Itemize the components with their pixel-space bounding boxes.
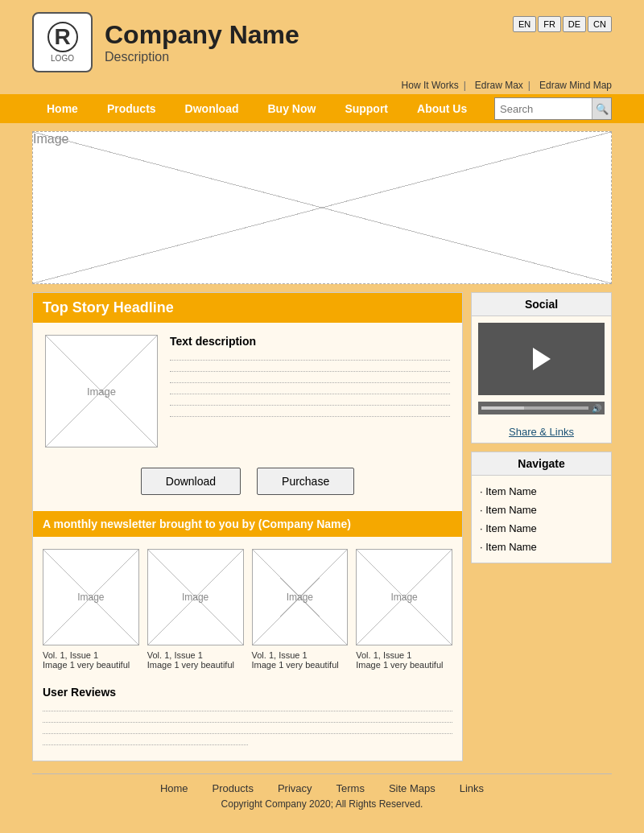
dots-line-6 (170, 409, 450, 417)
nav-support[interactable]: Support (330, 94, 402, 123)
review-dots-1 (43, 703, 452, 711)
news-image-2: Image (147, 549, 244, 645)
purchase-button[interactable]: Purchase (257, 468, 354, 495)
footer-privacy[interactable]: Privacy (278, 782, 312, 794)
logo-area: R LOGO Company Name Description (32, 12, 299, 72)
review-dots-3 (43, 726, 452, 734)
nav-home[interactable]: Home (32, 94, 93, 123)
navigate-box: Navigate Item Name Item Name Item Name I… (471, 452, 612, 563)
share-links[interactable]: Share & Links (472, 421, 611, 443)
download-button[interactable]: Download (141, 468, 241, 495)
action-buttons: Download Purchase (33, 460, 462, 511)
news-item-1: Image Vol. 1, Issue 1 Image 1 very beaut… (43, 549, 139, 670)
story-image: Image (45, 335, 158, 447)
footer-terms[interactable]: Terms (336, 782, 365, 794)
search-input[interactable] (495, 98, 592, 119)
news-image-label-4: Image (390, 592, 417, 603)
news-caption-1-line1: Vol. 1, Issue 1 (43, 650, 139, 660)
news-image-3: Image (252, 549, 349, 645)
logo-box: R LOGO (32, 12, 93, 72)
lang-cn[interactable]: CN (588, 16, 612, 32)
review-dots-2 (43, 715, 452, 723)
social-title: Social (472, 293, 611, 316)
footer-home[interactable]: Home (160, 782, 188, 794)
sub-nav-sep1: | (464, 80, 466, 91)
hero-image-area: Image (32, 131, 612, 284)
navigate-title: Navigate (472, 452, 611, 476)
footer-nav: Home Products Privacy Terms Site Maps Li… (32, 773, 612, 794)
user-reviews: User Reviews (33, 678, 462, 761)
news-item-3: Image Vol. 1, Issue 1 Image 1 very beaut… (252, 549, 349, 670)
story-body: Image Text description (33, 323, 462, 460)
user-reviews-title: User Reviews (43, 686, 452, 699)
footer-copyright: Copyright Company 2020; All Rights Reser… (0, 794, 644, 822)
story-text-description: Text description (170, 335, 450, 348)
sub-header: How It Works | Edraw Max | Edraw Mind Ma… (0, 76, 644, 94)
dots-line-2 (170, 364, 450, 372)
news-caption-2-line1: Vol. 1, Issue 1 (147, 650, 244, 660)
sub-nav-sep2: | (528, 80, 530, 91)
volume-icon: 🔊 (592, 404, 601, 413)
progress-bar (481, 406, 588, 410)
review-dots-4 (43, 737, 248, 745)
header: R LOGO Company Name Description EN FR DE… (0, 0, 644, 76)
lang-buttons: EN FR DE CN (513, 16, 612, 32)
news-image-label-1: Image (77, 592, 104, 603)
news-image-label-2: Image (182, 592, 208, 603)
main-area: Top Story Headline Image Text descriptio… (32, 292, 612, 761)
search-box: 🔍 (494, 97, 612, 120)
footer-site-maps[interactable]: Site Maps (389, 782, 436, 794)
lang-en[interactable]: EN (513, 16, 536, 32)
search-button[interactable]: 🔍 (592, 98, 611, 119)
footer-links[interactable]: Links (460, 782, 484, 794)
newsletter-images: Image Vol. 1, Issue 1 Image 1 very beaut… (33, 537, 462, 678)
news-caption-1-line2: Image 1 very beautiful (43, 660, 139, 670)
dots-line-3 (170, 375, 450, 383)
progress-fill (481, 406, 524, 410)
social-box: Social 🔊 Share & Links (471, 292, 612, 443)
nav-item-4[interactable]: Item Name (480, 538, 603, 556)
news-image-1: Image (43, 549, 139, 645)
lang-fr[interactable]: FR (538, 16, 561, 32)
dots-line-5 (170, 398, 450, 406)
logo-r-icon: R (47, 22, 78, 52)
news-image-4: Image (356, 549, 452, 645)
nav-item-3[interactable]: Item Name (480, 519, 603, 538)
nav-about-us[interactable]: About Us (402, 94, 481, 123)
sidebar: Social 🔊 Share & Links Navigate Item Nam… (471, 292, 612, 761)
news-item-4: Image Vol. 1, Issue 1 Image 1 very beaut… (356, 549, 452, 670)
news-caption-1: Vol. 1, Issue 1 Image 1 very beautiful (43, 650, 139, 670)
navbar: Home Products Dwonload Buy Now Support A… (0, 94, 644, 123)
news-caption-3-line1: Vol. 1, Issue 1 (252, 650, 349, 660)
hero-image: Image (33, 132, 611, 283)
lang-de[interactable]: DE (563, 16, 586, 32)
sub-nav-edraw-mind-map[interactable]: Edraw Mind Map (539, 80, 612, 91)
story-text: Text description (170, 335, 450, 447)
news-image-label-3: Image (287, 592, 313, 603)
story-headline: Top Story Headline (33, 293, 462, 323)
nav-download[interactable]: Dwonload (171, 94, 254, 123)
logo-text: LOGO (51, 54, 74, 63)
sub-nav-edraw-max[interactable]: Edraw Max (475, 80, 523, 91)
news-caption-2-line2: Image 1 very beautiful (147, 660, 244, 670)
video-block[interactable] (478, 323, 605, 395)
footer-products[interactable]: Products (213, 782, 254, 794)
newsletter-bar: A monthly newsletter brought to you by (… (33, 511, 462, 537)
news-item-2: Image Vol. 1, Issue 1 Image 1 very beaut… (147, 549, 244, 670)
sub-nav-how-it-works[interactable]: How It Works (402, 80, 459, 91)
company-name: Company Name (105, 20, 299, 50)
nav-products[interactable]: Products (93, 94, 171, 123)
play-icon[interactable] (533, 348, 551, 370)
news-caption-3-line2: Image 1 very beautiful (252, 660, 349, 670)
hero-label: Image (33, 132, 68, 146)
content-column: Top Story Headline Image Text descriptio… (32, 292, 463, 761)
nav-item-2[interactable]: Item Name (480, 501, 603, 519)
news-caption-3: Vol. 1, Issue 1 Image 1 very beautiful (252, 650, 349, 670)
company-info: Company Name Description (105, 20, 299, 64)
company-description: Description (105, 50, 299, 64)
news-caption-2: Vol. 1, Issue 1 Image 1 very beautiful (147, 650, 244, 670)
nav-item-1[interactable]: Item Name (480, 482, 603, 501)
navigate-list: Item Name Item Name Item Name Item Name (472, 476, 611, 563)
dots-line-1 (170, 353, 450, 361)
nav-buy-now[interactable]: Buy Now (253, 94, 330, 123)
